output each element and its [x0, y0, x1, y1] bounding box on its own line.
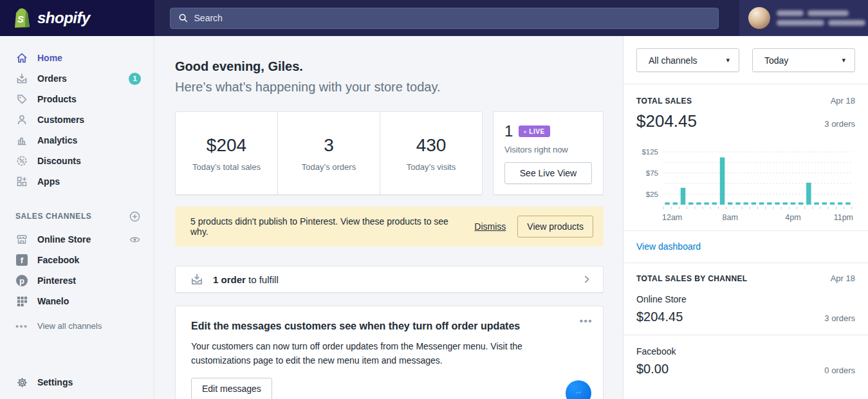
channel-orders: 0 orders — [824, 366, 855, 375]
chevron-down-icon: ▾ — [842, 56, 845, 64]
svg-text:S: S — [17, 14, 24, 24]
svg-text:$25: $25 — [646, 190, 658, 198]
sidebar-item-label: Orders — [37, 73, 67, 84]
view-all-channels-label: View all channels — [37, 321, 102, 331]
brand-wordmark: shopify — [37, 9, 90, 27]
sidebar-item-label: Settings — [37, 377, 73, 387]
orders-icon — [190, 272, 204, 286]
search-input[interactable] — [194, 13, 710, 23]
view-all-channels[interactable]: ••• View all channels — [0, 315, 154, 336]
svg-text:$75: $75 — [646, 169, 658, 177]
svg-text:11pm: 11pm — [834, 213, 853, 222]
stat-value: 430 — [416, 135, 447, 156]
sidebar-item-label: Customers — [37, 115, 84, 125]
sidebar-item-label: Pinterest — [37, 275, 76, 286]
sidebar-item-apps[interactable]: Apps — [0, 171, 154, 192]
storefront-icon — [15, 233, 28, 246]
messenger-card-body: Your customers can now turn off order up… — [191, 340, 551, 367]
view-products-button[interactable]: View products — [517, 216, 593, 237]
channel-name: Facebook — [636, 346, 855, 357]
today-stats-card: $204 Today’s total sales 3 Today’s order… — [175, 111, 483, 195]
svg-text:12am: 12am — [662, 213, 682, 222]
stat-value: $204 — [207, 135, 246, 156]
search-icon — [178, 13, 189, 23]
sidebar-item-home[interactable]: Home — [0, 48, 154, 68]
by-channel-date: Apr 18 — [831, 274, 855, 283]
search-bar[interactable] — [170, 8, 719, 29]
sales-chart: $25$75$12512am8am4pm11pm — [636, 138, 856, 228]
dismiss-link[interactable]: Dismiss — [474, 221, 506, 232]
sidebar-item-online-store[interactable]: Online Store — [0, 229, 154, 250]
user-menu[interactable] — [739, 0, 868, 36]
shopify-logo[interactable]: S shopify — [0, 0, 154, 36]
filter-row: All channels ▾ Today ▾ — [623, 36, 868, 84]
user-name-redacted — [777, 10, 865, 26]
pinterest-icon: p — [15, 274, 28, 287]
fulfill-text: 1 order to fulfill — [213, 274, 572, 285]
svg-text:8am: 8am — [723, 213, 738, 222]
see-live-view-button[interactable]: See Live View — [504, 162, 592, 184]
stat-orders: 3 Today’s orders — [277, 112, 380, 194]
sidebar-item-label: Discounts — [37, 156, 81, 166]
messenger-card-title: Edit the messages customers see when the… — [191, 320, 587, 332]
sidebar-item-discounts[interactable]: Discounts — [0, 151, 154, 171]
channel-filter-select[interactable]: All channels ▾ — [636, 48, 739, 72]
view-dashboard-link[interactable]: View dashboard — [636, 241, 701, 252]
by-channel-title: TOTAL SALES BY CHANNEL — [636, 274, 748, 283]
order-to-fulfill-row[interactable]: 1 order to fulfill — [175, 266, 604, 293]
wanelo-grid-icon — [15, 295, 28, 308]
overview-panel: All channels ▾ Today ▾ TOTAL SALES Apr 1… — [623, 36, 868, 399]
stat-label: Today’s visits — [407, 162, 456, 172]
pinterest-warning-banner: 5 products didn't publish to Pinterest. … — [175, 207, 604, 246]
sidebar-item-label: Facebook — [37, 255, 79, 265]
stat-total-sales: $204 Today’s total sales — [176, 112, 277, 194]
sidebar-item-products[interactable]: Products — [0, 89, 154, 109]
sidebar-item-orders[interactable]: Orders 1 — [0, 68, 154, 89]
sales-channels-title: SALES CHANNELS — [15, 212, 91, 221]
sidebar-item-wanelo[interactable]: Wanelo — [0, 291, 154, 311]
sidebar-item-facebook[interactable]: f Facebook — [0, 250, 154, 270]
home-icon — [15, 51, 28, 64]
avatar — [748, 7, 770, 29]
ellipsis-icon: ••• — [15, 319, 28, 332]
card-menu-button[interactable]: ••• — [580, 315, 593, 326]
total-sales-amount: $204.45 — [636, 111, 697, 131]
sidebar-item-settings[interactable]: Settings — [0, 372, 154, 393]
plus-circle-icon — [129, 210, 141, 223]
svg-text:4pm: 4pm — [785, 213, 800, 222]
chevron-right-icon — [581, 274, 593, 285]
add-channel-button[interactable] — [128, 210, 141, 223]
orders-icon — [15, 72, 28, 85]
live-badge: LIVE — [519, 125, 549, 137]
orders-count-badge: 1 — [129, 73, 141, 85]
sales-channels-header: SALES CHANNELS — [0, 210, 154, 223]
products-tag-icon — [15, 93, 28, 106]
channel-amount: $0.00 — [636, 362, 669, 376]
sidebar-item-label: Apps — [37, 176, 60, 187]
sidebar: Home Orders 1 Products Customers Analyti… — [0, 36, 154, 399]
stat-label: Today’s orders — [302, 162, 356, 172]
channel-row-online-store: Online Store $204.45 3 orders — [636, 294, 855, 335]
search-area — [154, 0, 739, 36]
total-sales-orders: 3 orders — [824, 119, 855, 129]
sidebar-item-customers[interactable]: Customers — [0, 109, 154, 130]
edit-messages-button[interactable]: Edit messages — [191, 378, 272, 399]
customers-icon — [15, 113, 28, 126]
topbar: S shopify — [0, 0, 868, 36]
total-sales-date: Apr 18 — [831, 96, 855, 106]
messenger-icon — [566, 380, 591, 399]
stat-value: 3 — [324, 135, 334, 156]
preview-store-button[interactable] — [128, 233, 141, 246]
banner-message: 5 products didn't publish to Pinterest. … — [190, 216, 463, 237]
live-visitors-card: 1 LIVE Visitors right now See Live View — [493, 111, 604, 195]
visitors-label: Visitors right now — [504, 145, 592, 154]
gear-icon — [15, 376, 28, 389]
sidebar-item-pinterest[interactable]: p Pinterest — [0, 270, 154, 291]
apps-icon — [15, 175, 28, 188]
channel-orders: 3 orders — [824, 313, 855, 323]
sidebar-item-analytics[interactable]: Analytics — [0, 130, 154, 151]
sidebar-item-label: Wanelo — [37, 296, 69, 306]
date-range-select[interactable]: Today ▾ — [752, 48, 855, 72]
total-sales-title: TOTAL SALES — [636, 97, 692, 106]
page-greeting: Good evening, Giles. — [175, 59, 604, 74]
